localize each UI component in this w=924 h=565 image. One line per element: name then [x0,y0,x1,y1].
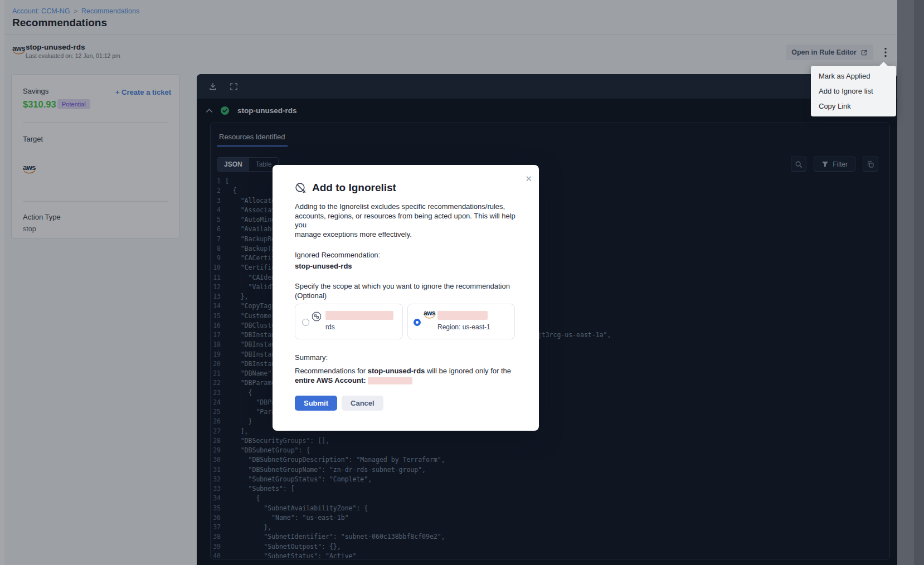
menu-item-add-to-ignore-list[interactable]: Add to Ignore list [811,84,896,99]
redacted-value [437,311,488,320]
aws-logo: aws [424,310,435,319]
cancel-button[interactable]: Cancel [342,396,383,411]
resource-octagon-icon [311,311,322,322]
radio-selected[interactable] [414,319,421,326]
redacted-value [368,377,412,384]
scope-option-resource[interactable]: rds [295,304,403,339]
scope-option-aws-account[interactable]: aws Region: us-east-1 [407,304,515,339]
ignored-recommendation-value: stop-unused-rds [295,262,517,270]
close-icon[interactable]: ✕ [525,174,532,184]
menu-item-copy-link[interactable]: Copy Link [811,99,896,114]
submit-button[interactable]: Submit [295,396,337,411]
summary-label: Summary: [295,353,517,362]
scope-option-label: Region: us-east-1 [437,323,490,331]
scope-options: rds aws Region: us-east-1 [295,304,517,339]
modal-description: Adding to the Ignorelist excludes specif… [295,202,517,239]
ignore-icon [295,182,307,194]
modal-title: Add to Ignorelist [312,182,396,194]
radio-unselected[interactable] [302,319,309,326]
kebab-context-menu: Mark as Applied Add to Ignore list Copy … [811,66,896,116]
modal-actions: Submit Cancel [295,396,517,411]
scope-instruction: Specify the scope at which you want to i… [295,282,517,300]
menu-item-mark-as-applied[interactable]: Mark as Applied [811,69,896,84]
summary-text: Recommendations for stop-unused-rds will… [295,366,519,385]
ignored-recommendation-label: Ignored Recommendation: [295,251,517,259]
redacted-value [325,311,393,320]
modal-header: Add to Ignorelist [295,182,517,194]
add-to-ignorelist-modal: ✕ Add to Ignorelist Adding to the Ignore… [273,165,539,431]
scope-option-label: rds [325,323,335,331]
app: Account: CCM-NG > Recommendations Recomm… [0,0,924,565]
